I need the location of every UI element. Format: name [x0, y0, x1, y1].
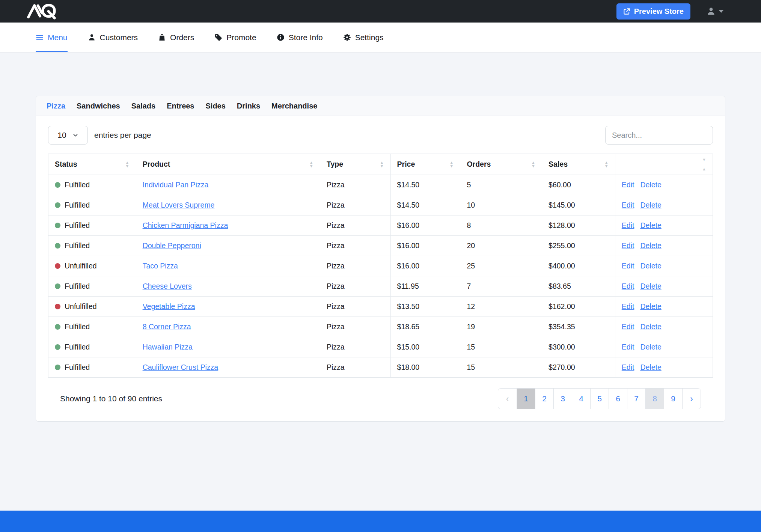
- pagination-page-9[interactable]: 9: [664, 389, 682, 409]
- edit-link[interactable]: Edit: [622, 323, 634, 331]
- sort-icon: ▼▲: [702, 157, 706, 171]
- table-row: Unfulfilled Taco Pizza Pizza $16.00 25 $…: [48, 256, 713, 276]
- pagination-page-3[interactable]: 3: [553, 389, 572, 409]
- column-header-type[interactable]: Type▲▼: [320, 154, 390, 175]
- product-link[interactable]: Double Pepperoni: [143, 241, 201, 250]
- status-dot: [55, 263, 60, 269]
- column-header-orders[interactable]: Orders▲▼: [460, 154, 542, 175]
- edit-link[interactable]: Edit: [622, 282, 634, 290]
- product-cell: Hawaiian Pizza: [136, 337, 320, 357]
- actions-cell: EditDelete: [615, 175, 713, 195]
- delete-link[interactable]: Delete: [640, 262, 661, 270]
- delete-link[interactable]: Delete: [640, 282, 661, 290]
- pagination-page-6[interactable]: 6: [609, 389, 627, 409]
- delete-link[interactable]: Delete: [640, 241, 661, 250]
- product-link[interactable]: Chicken Parmigiana Pizza: [143, 221, 228, 229]
- table-row: Fulfilled Meat Lovers Supreme Pizza $14.…: [48, 195, 713, 216]
- person-icon: [88, 33, 96, 41]
- column-header-sales[interactable]: Sales▲▼: [542, 154, 615, 175]
- edit-link[interactable]: Edit: [622, 201, 634, 209]
- pagination-page-1[interactable]: 1: [517, 389, 535, 409]
- category-tab-salads[interactable]: Salads: [131, 102, 155, 110]
- pagination-page-4[interactable]: 4: [572, 389, 590, 409]
- edit-link[interactable]: Edit: [622, 363, 634, 371]
- actions-cell: EditDelete: [615, 216, 713, 236]
- pagination-prev[interactable]: ‹: [498, 389, 517, 409]
- store-logo[interactable]: [26, 3, 57, 20]
- status-label: Fulfilled: [65, 241, 90, 250]
- delete-link[interactable]: Delete: [640, 221, 661, 229]
- nav-item-customers[interactable]: Customers: [88, 23, 138, 52]
- pagination-page-5[interactable]: 5: [590, 389, 609, 409]
- edit-link[interactable]: Edit: [622, 343, 634, 351]
- product-link[interactable]: 8 Corner Pizza: [143, 323, 191, 331]
- product-link[interactable]: Taco Pizza: [143, 262, 178, 270]
- table-controls: 10 entries per page: [48, 126, 713, 145]
- delete-link[interactable]: Delete: [640, 302, 661, 310]
- edit-link[interactable]: Edit: [622, 221, 634, 229]
- product-link[interactable]: Individual Pan Pizza: [143, 181, 209, 189]
- status-cell: Fulfilled: [48, 236, 136, 256]
- search-input[interactable]: [605, 126, 713, 145]
- product-link[interactable]: Cheese Lovers: [143, 282, 192, 290]
- status-dot: [55, 223, 60, 228]
- product-link[interactable]: Hawaiian Pizza: [143, 343, 193, 351]
- status-cell: Unfulfilled: [48, 297, 136, 317]
- user-account-menu[interactable]: [706, 6, 723, 16]
- column-header-actions[interactable]: ▼▲: [615, 154, 713, 175]
- status-dot: [55, 365, 60, 370]
- column-label: Orders: [467, 160, 491, 169]
- edit-link[interactable]: Edit: [622, 181, 634, 189]
- nav-item-menu[interactable]: Menu: [36, 23, 68, 52]
- pagination-page-8[interactable]: 8: [645, 389, 664, 409]
- delete-link[interactable]: Delete: [640, 363, 661, 371]
- product-link[interactable]: Meat Lovers Supreme: [143, 201, 215, 209]
- column-header-product[interactable]: Product▲▼: [136, 154, 320, 175]
- category-tab-drinks[interactable]: Drinks: [237, 102, 260, 110]
- category-tab-entrees[interactable]: Entrees: [167, 102, 194, 110]
- status-label: Fulfilled: [65, 201, 90, 209]
- sales-cell: $128.00: [542, 216, 615, 236]
- edit-link[interactable]: Edit: [622, 262, 634, 270]
- sales-cell: $270.00: [542, 357, 615, 378]
- type-cell: Pizza: [320, 357, 390, 378]
- sort-icon: ▲▼: [125, 161, 129, 167]
- nav-item-store-info[interactable]: Store Info: [277, 23, 323, 52]
- product-cell: Taco Pizza: [136, 256, 320, 276]
- pagination-next[interactable]: ›: [682, 389, 701, 409]
- price-cell: $15.00: [390, 337, 460, 357]
- category-tab-pizza[interactable]: Pizza: [47, 102, 65, 110]
- category-tab-sandwiches[interactable]: Sandwiches: [77, 102, 120, 110]
- nav-item-promote[interactable]: Promote: [214, 23, 256, 52]
- delete-link[interactable]: Delete: [640, 181, 661, 189]
- product-link[interactable]: Cauliflower Crust Pizza: [143, 363, 219, 371]
- orders-cell: 20: [460, 236, 542, 256]
- delete-link[interactable]: Delete: [640, 323, 661, 331]
- main-navigation: Menu Customers Orders Promote Store Info: [0, 23, 761, 53]
- product-cell: Individual Pan Pizza: [136, 175, 320, 195]
- nav-item-settings[interactable]: Settings: [343, 23, 384, 52]
- edit-link[interactable]: Edit: [622, 241, 634, 250]
- column-header-price[interactable]: Price▲▼: [390, 154, 460, 175]
- tag-icon: [214, 33, 222, 41]
- pagination-page-7[interactable]: 7: [627, 389, 645, 409]
- status-cell: Fulfilled: [48, 175, 136, 195]
- preview-store-button[interactable]: Preview Store: [616, 3, 690, 20]
- status-label: Unfulfilled: [65, 262, 97, 270]
- actions-cell: EditDelete: [615, 236, 713, 256]
- product-link[interactable]: Vegetable Pizza: [143, 302, 195, 310]
- delete-link[interactable]: Delete: [640, 201, 661, 209]
- category-tab-merchandise[interactable]: Merchandise: [271, 102, 317, 110]
- pagination-page-2[interactable]: 2: [535, 389, 553, 409]
- aq-logo-icon: [26, 3, 57, 20]
- nav-item-orders[interactable]: Orders: [158, 23, 194, 52]
- column-header-status[interactable]: Status▲▼: [48, 154, 136, 175]
- page-size-select[interactable]: 10: [48, 126, 88, 145]
- delete-link[interactable]: Delete: [640, 343, 661, 351]
- status-cell: Unfulfilled: [48, 256, 136, 276]
- topbar: Preview Store: [0, 0, 761, 23]
- category-tab-sides[interactable]: Sides: [206, 102, 226, 110]
- edit-link[interactable]: Edit: [622, 302, 634, 310]
- sales-cell: $83.65: [542, 276, 615, 297]
- status-dot: [55, 283, 60, 289]
